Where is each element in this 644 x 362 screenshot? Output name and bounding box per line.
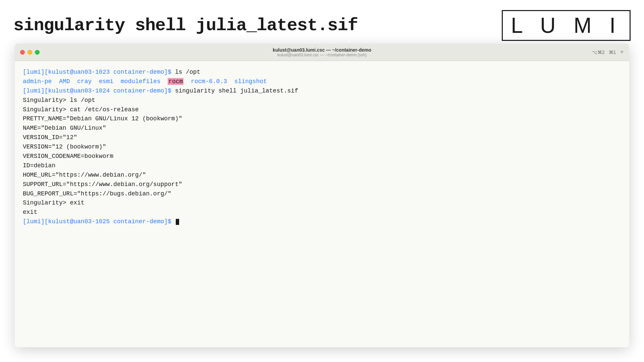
titlebar-sub-title: kulust@uan03.lumi.csc — ~/container-demo… [273,53,371,57]
ls-item-admin-pe: admin-pe [23,78,52,85]
ls-sep-5 [161,78,168,85]
add-tab-button[interactable]: + [620,48,624,56]
terminal-line-10: ID=debian [23,161,621,171]
prompt-2: [lumi][kulust@uan03-1024 container-demo]… [23,87,175,94]
ls-sep-2 [70,78,77,85]
ls-sep-4 [113,78,121,85]
terminal-line-8: VERSION="12 (bookworm)" [23,142,621,152]
ls-sep-1 [52,78,59,85]
terminal-line-3: Singularity> ls /opt [23,96,621,105]
ls-output: admin-pe AMD cray esmi modulefiles rocm … [23,77,621,86]
terminal-line-13: BUG_REPORT_URL="https://bugs.debian.org/… [23,189,621,199]
terminal-line-5: PRETTY_NAME="Debian GNU/Linux 12 (bookwo… [23,114,621,124]
terminal-line-11: HOME_URL="https://www.debian.org/" [23,171,621,180]
terminal-window: kulust@uan03.lumi.csc — ~/container-demo… [15,44,629,347]
terminal-line-16: [lumi][kulust@uan03-1025 container-demo]… [23,217,621,227]
maximize-button[interactable] [35,50,40,55]
shortcut2: ⌘1 [609,50,616,55]
ls-sep-6 [183,78,191,85]
terminal-line-1: [lumi][kulust@uan03-1023 container-demo]… [23,68,621,77]
terminal-line-4: Singularity> cat /etc/os-release [23,105,621,115]
page-header: singularity shell julia_latest.sif L U M… [0,0,644,48]
titlebar-main-title: kulust@uan03.lumi.csc — ~/container-demo [273,47,371,53]
ls-item-esmi: esmi [99,78,113,85]
terminal-line-9: VERSION_CODENAME=bookworm [23,152,621,161]
ls-item-slingshot: slingshot [234,78,267,85]
terminal-line-2: [lumi][kulust@uan03-1024 container-demo]… [23,86,621,96]
prompt-final: [lumi][kulust@uan03-1025 container-demo]… [23,218,175,225]
terminal-titlebar: kulust@uan03.lumi.csc — ~/container-demo… [15,44,629,61]
ls-item-cray: cray [77,78,92,85]
minimize-button[interactable] [28,50,32,55]
terminal-cursor [176,219,179,225]
window-controls [20,50,40,55]
titlebar-right: ⌥⌘2 ⌘1 + [592,48,624,56]
ls-item-modulefiles: modulefiles [121,78,161,85]
terminal-line-6: NAME="Debian GNU/Linux" [23,124,621,133]
cmd-2: singularity shell julia_latest.sif [175,87,298,94]
prompt-1: [lumi][kulust@uan03-1023 container-demo]… [23,69,175,75]
ls-item-rocm: rocm [168,78,183,85]
page-title: singularity shell julia_latest.sif [13,16,358,36]
cmd-1: ls /opt [175,69,201,75]
ls-sep-7 [227,78,234,85]
terminal-line-7: VERSION_ID="12" [23,133,621,142]
terminal-body[interactable]: [lumi][kulust@uan03-1023 container-demo]… [15,61,629,347]
ls-item-amd: AMD [59,78,70,85]
ls-sep-3 [92,78,99,85]
terminal-line-14: Singularity> exit [23,198,621,208]
lumi-logo: L U M I [502,10,631,41]
titlebar-center: kulust@uan03.lumi.csc — ~/container-demo… [273,47,371,57]
terminal-line-12: SUPPORT_URL="https://www.debian.org/supp… [23,180,621,189]
terminal-line-15: exit [23,208,621,217]
close-button[interactable] [20,50,25,55]
ls-item-rocm-6: rocm-6.0.3 [191,78,227,85]
shortcut1: ⌥⌘2 [592,50,605,55]
